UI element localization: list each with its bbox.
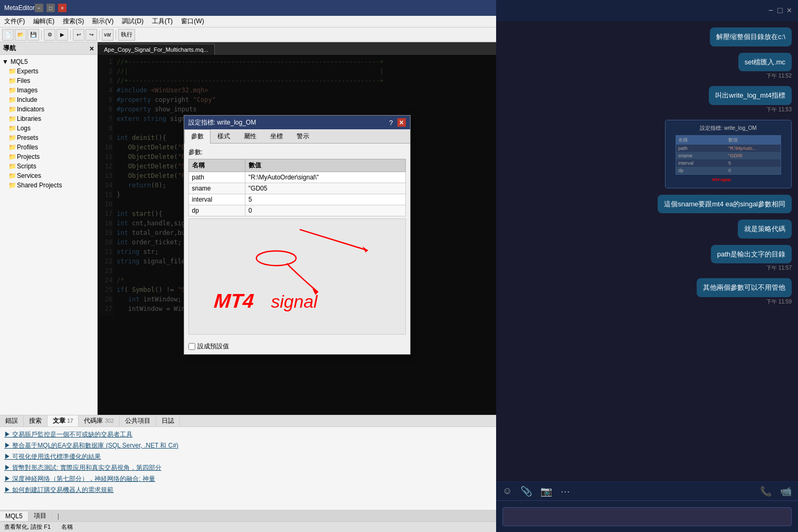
menu-debug[interactable]: 調試(D) [118, 16, 148, 27]
bottom-tab-search[interactable]: 搜索 [24, 415, 48, 426]
col-header-value: 數值 [245, 159, 405, 172]
param-value-dp[interactable]: 0 [245, 205, 405, 216]
toolbar-redo[interactable]: ↪ [86, 29, 97, 41]
attach-btn[interactable]: 📎 [520, 486, 532, 497]
navigator-title: 導航 [3, 44, 16, 53]
screenshot-title: 設定指標: write_log_OM [700, 125, 756, 132]
chat-maximize-btn[interactable]: □ [777, 6, 783, 15]
app-title: MetaEditor [4, 4, 35, 12]
list-item-0[interactable]: ▶ 交易賬戶監控是一個不可或缺的交易者工具 [2, 429, 494, 440]
tree-item-experts[interactable]: 📁 Experts [0, 66, 97, 76]
tree-item-logs[interactable]: 📁 Logs [0, 124, 97, 133]
bottom-tab-public[interactable]: 公共項目 [120, 415, 156, 426]
menu-edit[interactable]: 編輯(E) [29, 16, 59, 27]
close-btn[interactable]: × [58, 4, 66, 12]
list-item-4[interactable]: ▶ 深度神経网络（第七部分），神経网络的融合: 神量 [2, 473, 494, 484]
tree-item-files[interactable]: 📁 Files [0, 76, 97, 86]
tree-item-libraries[interactable]: 📁 Libraries [0, 114, 97, 124]
menu-file[interactable]: 文件(F) [0, 16, 29, 27]
modal-checkbox-input[interactable] [188, 343, 195, 350]
chat-input[interactable] [502, 507, 792, 526]
more-btn[interactable]: ⋯ [560, 486, 570, 497]
tree-label-scripts: Scripts [17, 163, 36, 170]
list-item-1[interactable]: ▶ 整合基于MQL的EA交易和數据庫 (SQL Server, .NET 和 C… [2, 440, 494, 451]
menu-search[interactable]: 搜索(S) [59, 16, 88, 27]
toolbar-new[interactable]: 📄 [2, 29, 14, 41]
tree-label-indicators: Indicators [17, 106, 44, 113]
param-value-path[interactable]: "R:\MyAutoOrder\signal\" [245, 172, 405, 183]
toolbar-sep1 [41, 30, 42, 40]
tree-label-presets: Presets [17, 134, 39, 141]
list-item-5[interactable]: ▶ 如何創建訂購交易機器人的需求規範 [2, 484, 494, 496]
menu-tools[interactable]: 工具(T) [148, 16, 177, 27]
mql5-icon: ▼ [2, 58, 11, 65]
code-tab-main[interactable]: Ape_Copy_Signal_For_Multicharts.mq... [98, 44, 215, 55]
chat-msg-5: path是輸出文字的目錄 下午 11:57 [711, 245, 792, 272]
tree-item-projects[interactable]: 📁 Projects [0, 152, 97, 162]
toolbar-run[interactable]: ▶ [56, 29, 68, 41]
toolbar-open[interactable]: 📂 [15, 29, 26, 41]
chat-minimize-btn[interactable]: − [768, 6, 773, 15]
annotation-area: MT4 signal [188, 218, 406, 335]
status-tab-items[interactable]: 項目 [28, 510, 52, 521]
bottom-tab-codebase[interactable]: 代碼庫 302 [79, 415, 119, 426]
toolbar-compile[interactable]: ⚙ [44, 29, 55, 41]
tree-label-libraries: Libraries [17, 115, 41, 122]
tree-item-shared-projects[interactable]: 📁 Shared Projects [0, 180, 97, 190]
toolbar-execute[interactable]: 執行 [118, 29, 135, 41]
toolbar-var[interactable]: var [102, 29, 113, 41]
list-item-3[interactable]: ▶ 貨幣對形态測試: 實際应用和真实交易視角，第四部分 [2, 462, 494, 473]
navigator-header: 導航 × [0, 42, 97, 55]
video-btn[interactable]: 📹 [780, 486, 792, 497]
chat-msg-2: 叫出write_log_mt4指標 下午 11:53 [709, 86, 792, 113]
tree-item-profiles[interactable]: 📁 Profiles [0, 142, 97, 152]
tree-root-mql5[interactable]: ▼ MQL5 [0, 57, 97, 66]
phone-btn[interactable]: 📞 [760, 486, 772, 497]
navigator-close[interactable]: × [90, 44, 94, 53]
modal-checkbox-label[interactable]: 設成預設值 [188, 342, 229, 351]
emoji-btn[interactable]: ☺ [502, 486, 512, 497]
chat-toolbar: ☺ 📎 📷 ⋯ 📞 📹 [496, 481, 798, 500]
bottom-tab-errors[interactable]: 錯誤 [0, 415, 24, 426]
modal-help-btn[interactable]: ? [389, 119, 393, 127]
modal-tab-coords[interactable]: 坐標 [263, 129, 290, 143]
maximize-btn[interactable]: □ [46, 4, 55, 12]
tree-item-include[interactable]: 📁 Include [0, 95, 97, 104]
screenshot-btn[interactable]: 📷 [540, 486, 552, 497]
code-content[interactable]: 12345 678910 1112131415 1617181920 21222… [98, 55, 496, 415]
toolbar-undo[interactable]: ↩ [73, 29, 84, 41]
param-value-interval[interactable]: 5 [245, 194, 405, 205]
modal-tabs: 參數 樣式 屬性 坐標 警示 [184, 129, 410, 144]
folder-icon: 📁 [8, 125, 17, 132]
param-name-path: path [188, 172, 245, 183]
tree-item-scripts[interactable]: 📁 Scripts [0, 162, 97, 171]
chat-bubble-1: set檔匯入.mc [738, 53, 792, 72]
bottom-tab-articles[interactable]: 文章 17 [48, 415, 79, 426]
modal-tab-props[interactable]: 屬性 [237, 129, 263, 143]
param-value-sname[interactable]: "GD05 [245, 183, 405, 194]
modal-dialog: 設定指標: write_log_OM ? × 參數 樣式 屬性 坐標 警示 [184, 115, 411, 355]
minimize-btn[interactable]: − [35, 4, 43, 12]
menu-view[interactable]: 顯示(V) [88, 16, 118, 27]
tree-item-indicators[interactable]: 📁 Indicators [0, 104, 97, 114]
folder-icon: 📁 [8, 68, 17, 75]
modal-tab-alerts[interactable]: 警示 [290, 129, 316, 143]
tree-label-logs: Logs [17, 125, 31, 132]
chat-time-2: 下午 11:53 [766, 106, 792, 113]
chat-close-btn[interactable]: × [787, 6, 792, 15]
tree-item-presets[interactable]: 📁 Presets [0, 133, 97, 142]
list-item-2[interactable]: ▶ 可視化使用迭代標準優化的結果 [2, 451, 494, 462]
tree-item-images[interactable]: 📁 Images [0, 86, 97, 95]
chat-time-1: 下午 11:52 [766, 72, 792, 80]
folder-icon: 📁 [8, 115, 17, 122]
toolbar-save[interactable]: 💾 [27, 29, 39, 41]
bottom-tab-log[interactable]: 日誌 [156, 415, 180, 426]
tree-item-services[interactable]: 📁 Services [0, 171, 97, 180]
modal-close-btn[interactable]: × [397, 118, 406, 127]
chat-msg-1: set檔匯入.mc 下午 11:52 [738, 53, 792, 80]
menu-window[interactable]: 窗口(W) [177, 16, 208, 27]
modal-tab-params[interactable]: 參數 [184, 129, 211, 144]
toolbar: 📄 📂 💾 ⚙ ▶ ↩ ↪ var 執行 [0, 27, 496, 42]
status-tab-mql5[interactable]: MQL5 [0, 511, 28, 521]
modal-tab-style[interactable]: 樣式 [211, 129, 237, 143]
